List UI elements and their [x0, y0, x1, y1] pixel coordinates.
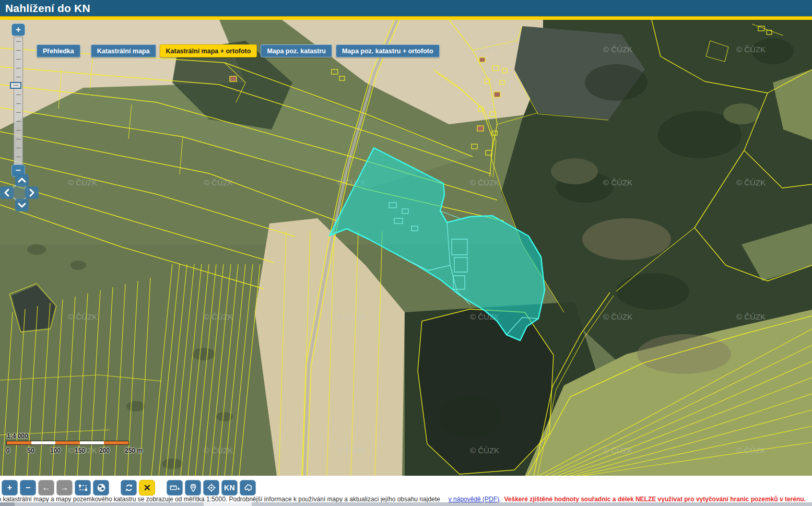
svg-text:© ČÚZK: © ČÚZK — [68, 312, 97, 321]
zoom-rectangle-button[interactable] — [75, 480, 91, 496]
zoom-in-button[interactable]: + — [2, 480, 18, 496]
help-pdf-link[interactable]: v nápovědě (PDF) — [449, 496, 499, 503]
zoom-level-tick[interactable] — [16, 148, 21, 148]
status-warning-text: Veškeré zjištěné hodnoty souřadnic a dél… — [504, 496, 806, 503]
chevron-left-icon — [4, 189, 10, 197]
chevron-right-icon — [29, 189, 35, 197]
svg-text:© ČÚZK: © ČÚZK — [736, 178, 766, 187]
kn-button[interactable]: KN — [221, 480, 238, 496]
map-toolbar: + − ← → — [2, 480, 258, 496]
layer-button-katastralni-mapa[interactable]: Katastrální mapa — [91, 44, 156, 57]
status-info-text: Obsah katastrální mapy a mapy pozemkovéh… — [0, 496, 440, 503]
svg-text:© ČÚZK: © ČÚZK — [603, 45, 632, 54]
page-title: Nahlížení do KN — [5, 2, 90, 15]
overview-globe-button[interactable] — [93, 480, 109, 496]
zoom-level-tick[interactable] — [16, 112, 21, 113]
zoom-level-tick[interactable] — [16, 103, 21, 104]
zoom-level-tick[interactable] — [16, 157, 21, 157]
scrollbar-thumb[interactable] — [204, 502, 252, 506]
svg-text:© ČÚZK: © ČÚZK — [736, 45, 766, 54]
locate-button[interactable] — [203, 480, 219, 496]
accent-stripe — [0, 16, 812, 20]
svg-text:© ČÚZK: © ČÚZK — [603, 446, 632, 455]
svg-text:© ČÚZK: © ČÚZK — [736, 312, 766, 321]
zoom-level-tick[interactable] — [16, 121, 21, 122]
close-tool-button[interactable]: ✕ — [139, 480, 155, 496]
pan-right-button[interactable] — [25, 186, 39, 199]
refresh-icon — [124, 483, 134, 492]
measure-button[interactable] — [167, 480, 183, 496]
layer-button-mapa-poz-katastru[interactable]: Mapa poz. katastru — [261, 44, 332, 57]
zoom-slider-handle[interactable] — [10, 82, 21, 89]
ruler-icon — [170, 484, 180, 492]
layer-button-mapa-poz-katastru-ortofoto[interactable]: Mapa poz. katastru + ortofoto — [336, 44, 440, 57]
gps-pin-icon — [189, 484, 197, 492]
svg-text:© ČÚZK: © ČÚZK — [337, 312, 366, 321]
zoom-level-tick[interactable] — [16, 41, 21, 42]
svg-text:© ČÚZK: © ČÚZK — [204, 178, 233, 187]
globe-icon — [97, 483, 106, 492]
svg-text:© ČÚZK: © ČÚZK — [603, 312, 632, 321]
app-window: Nahlížení do KN — [0, 0, 812, 506]
previous-extent-button[interactable] — [240, 480, 256, 496]
history-forward-button[interactable]: → — [56, 480, 73, 496]
chevron-down-icon — [18, 202, 26, 208]
gps-button[interactable] — [185, 480, 201, 496]
scale-bar — [6, 441, 129, 445]
history-back-button[interactable]: ← — [38, 480, 54, 496]
zoom-rectangle-icon — [78, 484, 88, 492]
svg-text:© ČÚZK: © ČÚZK — [470, 45, 499, 54]
layer-switcher: Přehledka Katastrální mapa Katastrální m… — [0, 44, 440, 57]
scrollbar-corner — [0, 502, 15, 506]
status-bar: Obsah katastrální mapy a mapy pozemkovéh… — [0, 496, 806, 503]
zoom-level-tick[interactable] — [16, 95, 21, 95]
previous-extent-icon — [243, 483, 253, 492]
zoom-level-tick[interactable] — [16, 139, 21, 139]
svg-text:© ČÚZK: © ČÚZK — [470, 178, 499, 187]
pan-down-button[interactable] — [15, 199, 29, 211]
zoom-slider: + − — [11, 23, 25, 36]
zoom-level-tick[interactable] — [16, 77, 21, 77]
chevron-up-icon — [18, 177, 26, 183]
app-header: Nahlížení do KN — [0, 0, 812, 16]
pan-left-button[interactable] — [0, 186, 14, 199]
zoom-level-tick[interactable] — [16, 59, 21, 60]
svg-text:© ČÚZK: © ČÚZK — [470, 446, 499, 455]
pan-up-button[interactable] — [15, 174, 29, 186]
refresh-button[interactable] — [121, 480, 137, 496]
zoom-level-tick[interactable] — [16, 130, 21, 131]
pan-control — [0, 174, 39, 213]
layer-button-prehledka[interactable]: Přehledka — [37, 44, 80, 57]
svg-text:© ČÚZK: © ČÚZK — [736, 446, 766, 455]
zoom-in-slider-button[interactable]: + — [11, 23, 25, 36]
svg-text:© ČÚZK: © ČÚZK — [204, 446, 233, 455]
layer-button-katastralni-mapa-ortofoto[interactable]: Katastrální mapa + ortofoto — [160, 44, 257, 57]
status-period: . — [499, 496, 501, 503]
aerial-imagery: © ČÚZK© ČÚZK© ČÚZK© ČÚZK© ČÚZK© ČÚZK© ČÚ… — [0, 20, 812, 476]
scale-ratio: 1:4 000 — [7, 432, 28, 440]
scale-labels: 0 50 100 150 200 250 m — [3, 447, 149, 454]
svg-text:© ČÚZK: © ČÚZK — [603, 178, 632, 187]
map-canvas[interactable]: © ČÚZK© ČÚZK© ČÚZK© ČÚZK© ČÚZK© ČÚZK© ČÚ… — [0, 20, 812, 476]
zoom-out-button[interactable]: − — [20, 480, 36, 496]
crosshair-icon — [207, 483, 216, 492]
bottom-bar: + − ← → — [0, 476, 812, 506]
zoom-level-tick[interactable] — [16, 68, 21, 68]
horizontal-scrollbar[interactable] — [0, 502, 812, 506]
